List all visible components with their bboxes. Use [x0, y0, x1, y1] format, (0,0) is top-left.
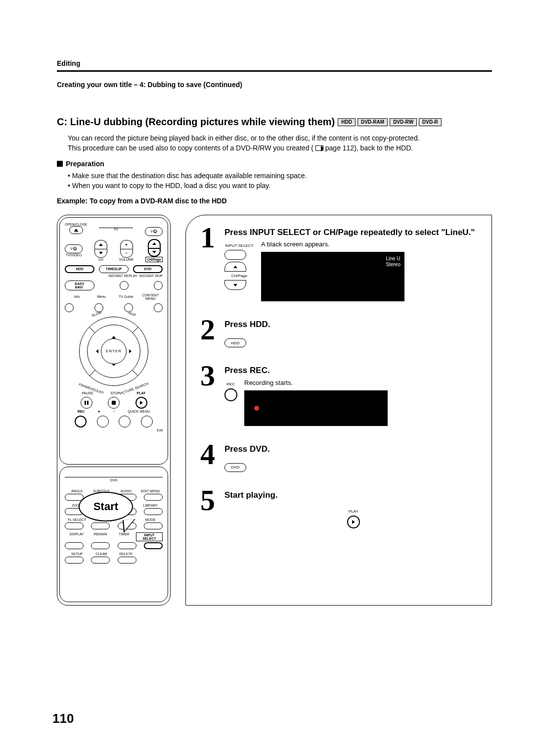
label-loop: ○ — [113, 410, 115, 414]
clear-button[interactable] — [91, 557, 110, 564]
row-easynavi: EASY NAVI — [65, 281, 163, 290]
step-5: 5 Start playing. PLAY — [195, 487, 483, 528]
hdd-button[interactable]: HDD — [65, 265, 94, 273]
intro-line2b: page 112), back to the HDD. — [325, 144, 413, 152]
library-button[interactable] — [144, 508, 163, 515]
rec-button[interactable] — [75, 416, 87, 427]
chpage-updown[interactable]: CH/Page — [145, 239, 163, 262]
dvd-pill-icon: DVD — [224, 463, 246, 472]
step-1-heading: Press INPUT SELECT or CH/Page repeatedly… — [224, 227, 483, 237]
down-icon — [152, 251, 156, 253]
navigation-pad[interactable]: ENTER — [79, 317, 148, 386]
instant-skip-button[interactable] — [154, 281, 163, 290]
timer-button[interactable] — [118, 542, 136, 549]
step-5-play-label: PLAY — [349, 509, 358, 514]
remain-button[interactable] — [91, 542, 110, 549]
step-1-desc: A black screen appears. — [261, 240, 404, 248]
loop-button[interactable] — [119, 416, 131, 427]
mode-button[interactable] — [144, 522, 163, 529]
label-tvguide: TV Guide — [114, 295, 138, 298]
preparation-list: Make sure that the destination disc has … — [68, 171, 492, 191]
enter-button[interactable]: ENTER — [101, 338, 127, 364]
play-button[interactable] — [135, 397, 147, 409]
chpage-down-icon — [224, 280, 246, 290]
remote-column: OPEN/CLOSE TV I/⏻ I/⏻ TV — [57, 215, 171, 606]
page-subtitle: Creating your own title – 4: Dubbing to … — [57, 81, 492, 89]
rec-circle-icon — [224, 388, 237, 401]
intro-line1: You can record the picture being played … — [68, 134, 420, 142]
play-circle-icon — [347, 516, 360, 528]
stop-button[interactable] — [108, 397, 120, 409]
volume-updown[interactable]: + − VOLUME — [119, 240, 134, 261]
nav-down-icon — [112, 364, 116, 375]
quickmenu-button[interactable] — [141, 416, 153, 427]
remote-shell: OPEN/CLOSE TV I/⏻ I/⏻ TV — [57, 215, 171, 606]
start-callout: Start — [79, 492, 133, 521]
intro-line2a: This procedure can be used also to copy … — [68, 144, 313, 152]
instant-replay-button[interactable] — [120, 281, 129, 290]
label-mode: MODE — [138, 518, 163, 521]
dvd-button[interactable]: DVD — [133, 265, 163, 273]
label-timer: TIMER — [112, 532, 136, 541]
label-contentmenu: CONTENT MENU — [138, 293, 163, 300]
eject-button[interactable] — [69, 226, 83, 234]
step-4-heading: Press DVD. — [224, 444, 483, 454]
step-1: 1 Press INPUT SELECT or CH/Page repeated… — [195, 224, 483, 301]
row-device: HDD TIMESLIP DVD — [65, 265, 163, 273]
step-1-chpage-label: CH/Page — [224, 274, 254, 278]
step-4-number: 4 — [195, 441, 221, 472]
display-button[interactable] — [65, 542, 84, 549]
label-inputselect: INPUT SELECT — [136, 532, 163, 541]
row-menu-btns — [65, 303, 163, 312]
up-icon — [152, 242, 156, 245]
label-editmenu: EDIT MENU — [138, 489, 163, 493]
page-link-icon — [315, 145, 323, 151]
label-menu: Menu — [89, 295, 114, 298]
step-3-rec-label: REC — [227, 382, 235, 386]
remote-lower-panel: DVD ANGLE SUBTITLE AUDIO EDIT MENU — [59, 467, 168, 602]
editmenu-button[interactable] — [144, 494, 163, 501]
step-2: 2 Press HDD. HDD — [195, 316, 483, 347]
row-c-buttons — [65, 522, 163, 529]
label-instskip: INSTANT SKIP — [139, 274, 163, 278]
row-e-labels: SETUP CLEAR DELETE — [65, 552, 163, 556]
preparation-title: Preparation — [66, 160, 104, 168]
content-columns: OPEN/CLOSE TV I/⏻ I/⏻ TV — [57, 215, 492, 606]
step-3-desc: Recording starts. — [244, 379, 388, 386]
button-c2[interactable] — [91, 522, 110, 529]
badge-hdd: HDD — [338, 118, 356, 126]
flselect-button[interactable] — [65, 522, 84, 529]
play-icon — [140, 401, 143, 405]
badge-dvdr: DVD-R — [419, 118, 442, 126]
step-1-icons: INPUT SELECT CH/Page — [224, 243, 254, 290]
label-remain: REMAIN — [89, 532, 112, 541]
label-tvvideo: TV/VIDEO — [65, 253, 83, 257]
delete-button[interactable] — [118, 557, 136, 564]
setup-button[interactable] — [65, 557, 84, 564]
label-dvdsection: DVD — [107, 478, 121, 482]
inputselect-icon — [224, 250, 246, 260]
fav-button[interactable] — [97, 416, 109, 427]
ch-updown[interactable]: CH — [94, 240, 107, 261]
row-transport — [65, 397, 163, 409]
power-button[interactable]: I/⏻ — [145, 227, 163, 236]
contentmenu-button[interactable] — [154, 303, 163, 312]
divider — [57, 70, 492, 72]
pause-button[interactable] — [81, 397, 92, 409]
step-4: 4 Press DVD. DVD — [195, 441, 483, 472]
inputselect-button[interactable] — [144, 542, 163, 549]
step-3-heading: Press REC. — [224, 365, 483, 376]
row-menu: Info Menu TV Guide CONTENT MENU — [65, 293, 163, 300]
step-1-inputselect-label: INPUT SELECT — [224, 243, 254, 248]
tv-power-button[interactable]: I/⏻ — [65, 244, 83, 253]
row-tv-controls: I/⏻ TV/VIDEO CH + − VOLUME — [65, 239, 163, 262]
badge-dvdram: DVD-RAM — [357, 118, 388, 126]
media-badges: HDD DVD-RAM DVD-RW DVD-R — [338, 118, 442, 126]
label-ch: CH — [98, 258, 103, 261]
info-button[interactable] — [65, 303, 74, 312]
label-openclose: OPEN/CLOSE — [65, 223, 88, 226]
easynavi-button[interactable]: EASY NAVI — [65, 281, 94, 290]
label-fav: ★ — [97, 410, 100, 414]
row-rec-labels: REC ★ ○ QUICK MENU — [65, 410, 163, 414]
timeslip-button[interactable]: TIMESLIP — [99, 265, 129, 273]
